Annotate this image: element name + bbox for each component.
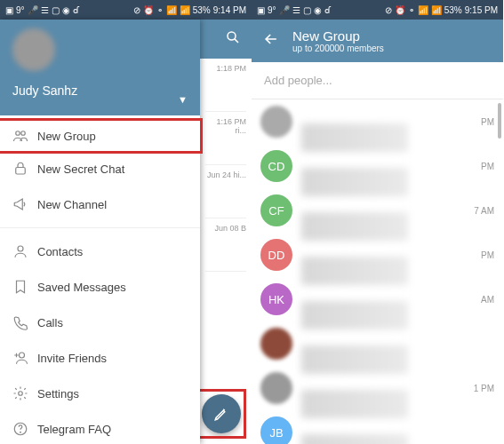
contact-avatar: HK bbox=[260, 283, 292, 315]
drawer-item-label: Invite Friends bbox=[37, 352, 107, 365]
svg-point-3 bbox=[21, 131, 26, 136]
status-left: ▣9° 🎤☰ ▢◉ ɗ bbox=[257, 5, 331, 15]
contact-avatar bbox=[260, 106, 292, 138]
drawer-header[interactable]: Judy Sanhz ▼ bbox=[0, 20, 200, 115]
drawer-item-settings[interactable]: Settings bbox=[0, 376, 200, 411]
status-time: 9:15 PM bbox=[465, 5, 498, 15]
status-right: ⊘⏰ ⚬📶 📶 53% 9:14 PM bbox=[133, 5, 246, 15]
chat-list-partial: 1:18 PM 1:16 PM ri... Jun 24 hi... Jun 0… bbox=[200, 20, 252, 444]
megaphone-icon bbox=[12, 196, 37, 212]
drawer-item-label: Settings bbox=[37, 387, 79, 400]
drawer-item-new-group[interactable]: New Group bbox=[0, 118, 203, 154]
svg-line-1 bbox=[235, 39, 238, 43]
app-header bbox=[200, 20, 252, 59]
help-icon bbox=[12, 421, 37, 437]
chat-row[interactable]: Jun 24 hi... bbox=[205, 165, 246, 218]
contact-name-redacted bbox=[301, 168, 408, 196]
drawer-item-label: Saved Messages bbox=[37, 281, 126, 294]
contact-avatar bbox=[260, 328, 292, 360]
contact-name-redacted bbox=[301, 212, 408, 241]
status-time: 9:14 PM bbox=[213, 5, 246, 15]
contact-name-redacted bbox=[301, 434, 408, 444]
svg-point-2 bbox=[16, 131, 20, 136]
contact-avatar: CD bbox=[260, 150, 292, 182]
screen-drawer: ▣9° 🎤☰ ▢◉ ɗ ⊘⏰ ⚬📶 📶 53% 9:14 PM 1:18 PM … bbox=[0, 0, 252, 444]
svg-point-9 bbox=[20, 432, 21, 432]
drawer-item-label: Calls bbox=[37, 316, 63, 329]
contact-avatar: JB bbox=[260, 416, 292, 444]
chat-row[interactable]: Jun 08 B bbox=[205, 218, 246, 272]
drawer-item-label: Contacts bbox=[37, 245, 83, 258]
gear-icon bbox=[12, 385, 37, 401]
status-left: ▣9° 🎤☰ ▢◉ ɗ bbox=[5, 5, 79, 15]
drawer-item-new-channel[interactable]: New Channel bbox=[0, 186, 200, 222]
contact-name-redacted bbox=[301, 345, 408, 374]
drawer-item-contacts[interactable]: Contacts bbox=[0, 234, 200, 269]
drawer-item-faq[interactable]: Telegram FAQ bbox=[0, 411, 200, 444]
scrollbar[interactable] bbox=[498, 103, 501, 139]
drawer-item-saved-messages[interactable]: Saved Messages bbox=[0, 269, 200, 305]
status-right: ⊘⏰ ⚬📶 📶 53% 9:15 PM bbox=[385, 5, 498, 15]
contact-name-redacted bbox=[301, 301, 408, 329]
chevron-down-icon[interactable]: ▼ bbox=[178, 94, 188, 105]
contact-time: 1 PM bbox=[474, 384, 494, 393]
contact-time: AM bbox=[481, 295, 494, 305]
contact-name-redacted bbox=[301, 123, 408, 152]
svg-point-6 bbox=[20, 353, 25, 358]
svg-point-5 bbox=[18, 246, 23, 251]
new-group-header: New Group up to 200000 members bbox=[252, 20, 503, 62]
svg-point-0 bbox=[228, 32, 236, 40]
drawer-item-label: New Group bbox=[37, 130, 96, 143]
highlight-fab bbox=[196, 389, 246, 439]
page-subtitle: up to 200000 members bbox=[292, 44, 384, 53]
contact-row[interactable]: PM bbox=[252, 99, 503, 144]
page-title: New Group bbox=[292, 28, 384, 44]
drawer-item-new-secret-chat[interactable]: New Secret Chat bbox=[0, 151, 200, 186]
contact-name-redacted bbox=[301, 257, 408, 285]
bookmark-icon bbox=[12, 279, 37, 295]
status-bar: ▣9° 🎤☰ ▢◉ ɗ ⊘⏰ ⚬📶 📶 53% 9:15 PM bbox=[252, 0, 503, 20]
drawer-item-label: Telegram FAQ bbox=[37, 423, 111, 436]
person-add-icon bbox=[12, 350, 37, 366]
contact-avatar bbox=[260, 372, 292, 404]
phone-icon bbox=[12, 314, 37, 330]
chat-row[interactable]: 1:16 PM ri... bbox=[205, 112, 246, 165]
search-icon[interactable] bbox=[225, 29, 241, 49]
contact-time: 7 AM bbox=[474, 206, 494, 216]
placeholder: Add people... bbox=[264, 74, 332, 87]
nav-drawer: Judy Sanhz ▼ New Group New Secret Chat N… bbox=[0, 20, 200, 444]
add-people-input[interactable]: Add people... bbox=[252, 62, 503, 99]
group-icon bbox=[12, 128, 37, 144]
drawer-item-invite-friends[interactable]: Invite Friends bbox=[0, 340, 200, 376]
contact-avatar: DD bbox=[260, 239, 292, 271]
drawer-list: New Group New Secret Chat New Channel Co… bbox=[0, 115, 200, 444]
contact-time: PM bbox=[481, 162, 494, 171]
drawer-item-label: New Channel bbox=[37, 198, 107, 211]
contact-list[interactable]: PMCDPMCF7 AMDDPMHKAM1 PMJB bbox=[252, 99, 503, 444]
svg-point-7 bbox=[19, 392, 23, 396]
back-icon[interactable] bbox=[262, 30, 280, 52]
drawer-item-label: New Secret Chat bbox=[37, 163, 124, 176]
person-icon bbox=[12, 243, 37, 259]
user-name: Judy Sanhz bbox=[12, 83, 188, 98]
contact-avatar: CF bbox=[260, 194, 292, 226]
avatar[interactable] bbox=[12, 28, 55, 71]
header-text: New Group up to 200000 members bbox=[292, 28, 384, 53]
svg-rect-4 bbox=[16, 168, 26, 175]
contact-time: PM bbox=[481, 117, 494, 127]
status-bar: ▣9° 🎤☰ ▢◉ ɗ ⊘⏰ ⚬📶 📶 53% 9:14 PM bbox=[0, 0, 252, 20]
chat-row[interactable]: 1:18 PM bbox=[205, 59, 246, 112]
lock-icon bbox=[12, 161, 37, 177]
contact-name-redacted bbox=[301, 390, 408, 418]
divider bbox=[0, 227, 200, 228]
drawer-item-calls[interactable]: Calls bbox=[0, 305, 200, 340]
contact-time: PM bbox=[481, 250, 494, 260]
screen-new-group: ▣9° 🎤☰ ▢◉ ɗ ⊘⏰ ⚬📶 📶 53% 9:15 PM New Grou… bbox=[252, 0, 503, 444]
